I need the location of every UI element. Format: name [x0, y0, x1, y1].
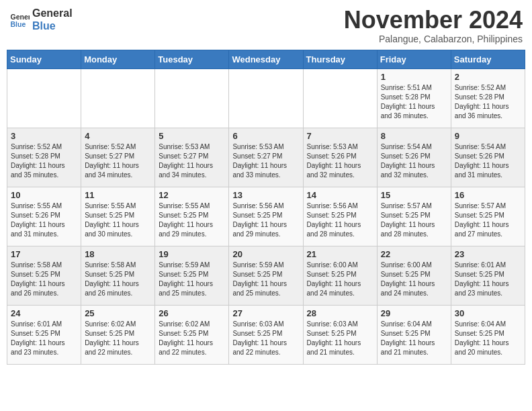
calendar-cell: 11Sunrise: 5:55 AM Sunset: 5:25 PM Dayli…: [81, 187, 155, 246]
calendar-cell: 17Sunrise: 5:58 AM Sunset: 5:25 PM Dayli…: [7, 246, 81, 305]
cell-info: Sunrise: 5:54 AM Sunset: 5:26 PM Dayligh…: [455, 142, 521, 180]
calendar-cell: 24Sunrise: 6:01 AM Sunset: 5:25 PM Dayli…: [7, 305, 81, 364]
day-number: 11: [85, 190, 151, 200]
calendar-cell: 22Sunrise: 6:00 AM Sunset: 5:25 PM Dayli…: [377, 246, 451, 305]
weekday-header-thursday: Thursday: [303, 50, 377, 68]
cell-info: Sunrise: 6:03 AM Sunset: 5:25 PM Dayligh…: [307, 320, 373, 357]
day-number: 23: [455, 249, 521, 259]
cell-info: Sunrise: 5:52 AM Sunset: 5:27 PM Dayligh…: [85, 142, 151, 180]
svg-text:Blue: Blue: [11, 20, 26, 28]
day-number: 21: [307, 249, 373, 259]
calendar-cell: 28Sunrise: 6:03 AM Sunset: 5:25 PM Dayli…: [303, 305, 377, 364]
calendar-cell: [155, 68, 229, 128]
calendar-week-row: 24Sunrise: 6:01 AM Sunset: 5:25 PM Dayli…: [7, 305, 525, 364]
day-number: 12: [159, 190, 225, 200]
calendar-cell: 5Sunrise: 5:53 AM Sunset: 5:27 PM Daylig…: [155, 128, 229, 187]
cell-info: Sunrise: 5:55 AM Sunset: 5:25 PM Dayligh…: [159, 201, 225, 239]
cell-info: Sunrise: 6:00 AM Sunset: 5:25 PM Dayligh…: [307, 261, 373, 298]
calendar-cell: 16Sunrise: 5:57 AM Sunset: 5:25 PM Dayli…: [451, 187, 525, 246]
calendar-cell: [7, 68, 81, 128]
calendar-week-row: 10Sunrise: 5:55 AM Sunset: 5:26 PM Dayli…: [7, 187, 525, 246]
day-number: 28: [307, 308, 373, 318]
calendar-cell: 18Sunrise: 5:58 AM Sunset: 5:25 PM Dayli…: [81, 246, 155, 305]
weekday-header-tuesday: Tuesday: [155, 50, 229, 68]
day-number: 9: [455, 131, 521, 141]
calendar-cell: 23Sunrise: 6:01 AM Sunset: 5:25 PM Dayli…: [451, 246, 525, 305]
cell-info: Sunrise: 5:57 AM Sunset: 5:25 PM Dayligh…: [455, 201, 521, 239]
logo-line1: General: [32, 7, 73, 19]
day-number: 30: [455, 308, 521, 318]
calendar-cell: 29Sunrise: 6:04 AM Sunset: 5:25 PM Dayli…: [377, 305, 451, 364]
cell-info: Sunrise: 5:59 AM Sunset: 5:25 PM Dayligh…: [232, 261, 299, 298]
day-number: 24: [11, 308, 77, 318]
day-number: 2: [455, 72, 521, 82]
day-number: 10: [11, 190, 77, 200]
calendar-cell: 7Sunrise: 5:53 AM Sunset: 5:26 PM Daylig…: [303, 128, 377, 187]
cell-info: Sunrise: 6:01 AM Sunset: 5:25 PM Dayligh…: [11, 320, 77, 357]
calendar-cell: 15Sunrise: 5:57 AM Sunset: 5:25 PM Dayli…: [377, 187, 451, 246]
calendar-cell: 26Sunrise: 6:02 AM Sunset: 5:25 PM Dayli…: [155, 305, 229, 364]
cell-info: Sunrise: 5:53 AM Sunset: 5:27 PM Dayligh…: [232, 142, 299, 180]
cell-info: Sunrise: 5:58 AM Sunset: 5:25 PM Dayligh…: [85, 261, 151, 298]
cell-info: Sunrise: 6:00 AM Sunset: 5:25 PM Dayligh…: [381, 261, 447, 298]
day-number: 17: [11, 249, 77, 259]
calendar-week-row: 1Sunrise: 5:51 AM Sunset: 5:28 PM Daylig…: [7, 68, 525, 128]
calendar-cell: 20Sunrise: 5:59 AM Sunset: 5:25 PM Dayli…: [229, 246, 303, 305]
cell-info: Sunrise: 6:04 AM Sunset: 5:25 PM Dayligh…: [455, 320, 521, 357]
cell-info: Sunrise: 5:54 AM Sunset: 5:26 PM Dayligh…: [381, 142, 447, 180]
calendar-cell: 6Sunrise: 5:53 AM Sunset: 5:27 PM Daylig…: [229, 128, 303, 187]
day-number: 18: [85, 249, 151, 259]
calendar-cell: [229, 68, 303, 128]
calendar-cell: 2Sunrise: 5:52 AM Sunset: 5:28 PM Daylig…: [451, 68, 525, 128]
calendar-cell: 4Sunrise: 5:52 AM Sunset: 5:27 PM Daylig…: [81, 128, 155, 187]
weekday-header-wednesday: Wednesday: [229, 50, 303, 68]
location-subtitle: Palangue, Calabarzon, Philippines: [344, 34, 523, 44]
day-number: 7: [307, 131, 373, 141]
weekday-header-monday: Monday: [81, 50, 155, 68]
cell-info: Sunrise: 5:56 AM Sunset: 5:25 PM Dayligh…: [307, 201, 373, 239]
cell-info: Sunrise: 5:55 AM Sunset: 5:26 PM Dayligh…: [11, 201, 77, 239]
calendar-cell: 13Sunrise: 5:56 AM Sunset: 5:25 PM Dayli…: [229, 187, 303, 246]
weekday-header-row: SundayMondayTuesdayWednesdayThursdayFrid…: [7, 50, 525, 68]
cell-info: Sunrise: 5:52 AM Sunset: 5:28 PM Dayligh…: [455, 83, 521, 121]
weekday-header-friday: Friday: [377, 50, 451, 68]
cell-info: Sunrise: 5:53 AM Sunset: 5:27 PM Dayligh…: [159, 142, 225, 180]
calendar-cell: 27Sunrise: 6:03 AM Sunset: 5:25 PM Dayli…: [229, 305, 303, 364]
day-number: 29: [381, 308, 447, 318]
calendar-cell: 14Sunrise: 5:56 AM Sunset: 5:25 PM Dayli…: [303, 187, 377, 246]
title-block: November 2024 Palangue, Calabarzon, Phil…: [344, 7, 523, 44]
calendar-cell: 9Sunrise: 5:54 AM Sunset: 5:26 PM Daylig…: [451, 128, 525, 187]
calendar-cell: 21Sunrise: 6:00 AM Sunset: 5:25 PM Dayli…: [303, 246, 377, 305]
logo-icon: General Blue: [9, 9, 30, 30]
cell-info: Sunrise: 5:53 AM Sunset: 5:26 PM Dayligh…: [307, 142, 373, 180]
day-number: 15: [381, 190, 447, 200]
day-number: 13: [232, 190, 299, 200]
weekday-header-sunday: Sunday: [7, 50, 81, 68]
day-number: 1: [381, 72, 447, 82]
cell-info: Sunrise: 6:02 AM Sunset: 5:25 PM Dayligh…: [159, 320, 225, 357]
cell-info: Sunrise: 5:56 AM Sunset: 5:25 PM Dayligh…: [232, 201, 299, 239]
calendar-cell: 25Sunrise: 6:02 AM Sunset: 5:25 PM Dayli…: [81, 305, 155, 364]
logo: General Blue General Blue: [9, 7, 73, 32]
calendar-cell: [303, 68, 377, 128]
day-number: 8: [381, 131, 447, 141]
month-title: November 2024: [344, 7, 523, 34]
day-number: 26: [159, 308, 225, 318]
calendar-cell: 1Sunrise: 5:51 AM Sunset: 5:28 PM Daylig…: [377, 68, 451, 128]
day-number: 22: [381, 249, 447, 259]
page-header: General Blue General Blue November 2024 …: [7, 7, 525, 44]
day-number: 14: [307, 190, 373, 200]
day-number: 3: [11, 131, 77, 141]
calendar-table: SundayMondayTuesdayWednesdayThursdayFrid…: [7, 50, 525, 365]
cell-info: Sunrise: 5:57 AM Sunset: 5:25 PM Dayligh…: [381, 201, 447, 239]
calendar-cell: 30Sunrise: 6:04 AM Sunset: 5:25 PM Dayli…: [451, 305, 525, 364]
cell-info: Sunrise: 6:02 AM Sunset: 5:25 PM Dayligh…: [85, 320, 151, 357]
calendar-cell: 3Sunrise: 5:52 AM Sunset: 5:28 PM Daylig…: [7, 128, 81, 187]
cell-info: Sunrise: 6:01 AM Sunset: 5:25 PM Dayligh…: [455, 261, 521, 298]
calendar-week-row: 3Sunrise: 5:52 AM Sunset: 5:28 PM Daylig…: [7, 128, 525, 187]
cell-info: Sunrise: 5:59 AM Sunset: 5:25 PM Dayligh…: [159, 261, 225, 298]
cell-info: Sunrise: 6:03 AM Sunset: 5:25 PM Dayligh…: [232, 320, 299, 357]
calendar-cell: 19Sunrise: 5:59 AM Sunset: 5:25 PM Dayli…: [155, 246, 229, 305]
day-number: 19: [159, 249, 225, 259]
day-number: 20: [232, 249, 299, 259]
